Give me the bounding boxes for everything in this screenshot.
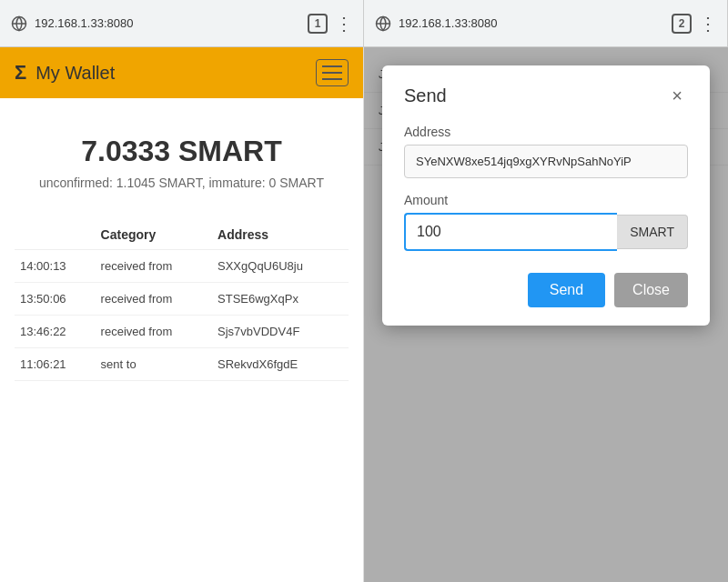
browser-bar: 192.168.1.33:8080 1 ⋮ 192.168.1.33:8080 …	[0, 0, 728, 47]
hamburger-line-2	[322, 72, 342, 74]
close-button[interactable]: Close	[614, 273, 688, 307]
amount-field: Amount SMART	[404, 193, 688, 251]
modal-overlay: Send × Address Amount SMART Send Cl	[364, 47, 728, 582]
browser-tab-2[interactable]: 192.168.1.33:8080 2 ⋮	[364, 0, 728, 46]
tx-category: sent to	[96, 348, 212, 381]
col-time	[15, 220, 96, 250]
modal-header: Send ×	[404, 84, 688, 108]
right-panel: Jul 30, 2018 10:06:39 sent to S Jul 30, …	[364, 47, 728, 582]
tx-address: SXXgQqU6U8ju	[212, 250, 349, 283]
tx-address: Sjs7vbVDDV4F	[212, 316, 349, 348]
amount-row: SMART	[404, 213, 688, 251]
modal-actions: Send Close	[404, 273, 688, 307]
tx-time: 11:06:21	[15, 348, 96, 381]
wallet-header: Σ My Wallet	[0, 47, 363, 98]
tab1-menu[interactable]: ⋮	[335, 13, 352, 35]
address-field: Address	[404, 125, 688, 178]
wallet-title: My Wallet	[35, 63, 115, 84]
tx-address: SRekvdX6fgdE	[212, 348, 349, 381]
send-button[interactable]: Send	[528, 273, 605, 307]
wallet-panel: Σ My Wallet 7.0333 SMART unconfirmed: 1.…	[0, 47, 364, 582]
tab2-number: 2	[672, 14, 692, 34]
sigma-icon: Σ	[15, 61, 26, 85]
browser-tab-1[interactable]: 192.168.1.33:8080 1 ⋮	[0, 0, 364, 46]
address-input[interactable]	[404, 145, 688, 178]
amount-input[interactable]	[404, 213, 617, 251]
globe-icon-2	[375, 15, 391, 32]
tab2-menu[interactable]: ⋮	[699, 13, 716, 35]
tx-category: received from	[96, 283, 212, 316]
send-modal: Send × Address Amount SMART Send Cl	[382, 65, 710, 326]
table-row: 13:50:06 received from STSE6wgXqPx	[15, 283, 349, 316]
tab1-number: 1	[308, 14, 328, 34]
hamburger-menu-button[interactable]	[316, 59, 349, 86]
currency-label: SMART	[617, 215, 688, 249]
tab1-url: 192.168.1.33:8080	[35, 16, 308, 30]
wallet-header-left: Σ My Wallet	[15, 61, 115, 85]
globe-icon-1	[11, 15, 27, 32]
modal-title: Send	[404, 85, 447, 106]
balance-main: 7.0333 SMART	[15, 135, 349, 168]
amount-label: Amount	[404, 193, 688, 207]
tab2-url: 192.168.1.33:8080	[399, 16, 672, 30]
main-content: Σ My Wallet 7.0333 SMART unconfirmed: 1.…	[0, 47, 728, 582]
table-row: 11:06:21 sent to SRekvdX6fgdE	[15, 348, 349, 381]
tx-category: received from	[96, 250, 212, 283]
hamburger-line-1	[322, 65, 342, 67]
balance-section: 7.0333 SMART unconfirmed: 1.1045 SMART, …	[15, 116, 349, 202]
wallet-body: 7.0333 SMART unconfirmed: 1.1045 SMART, …	[0, 98, 363, 582]
tx-time: 14:00:13	[15, 250, 96, 283]
transactions-table: Category Address 14:00:13 received from …	[15, 220, 349, 381]
col-address: Address	[212, 220, 349, 250]
table-row: 13:46:22 received from Sjs7vbVDDV4F	[15, 316, 349, 348]
tx-time: 13:50:06	[15, 283, 96, 316]
tx-address: STSE6wgXqPx	[212, 283, 349, 316]
tx-category: received from	[96, 316, 212, 348]
address-label: Address	[404, 125, 688, 139]
modal-close-x-button[interactable]: ×	[666, 84, 688, 108]
col-category: Category	[96, 220, 212, 250]
balance-sub: unconfirmed: 1.1045 SMART, immature: 0 S…	[15, 174, 349, 193]
table-row: 14:00:13 received from SXXgQqU6U8ju	[15, 250, 349, 283]
tx-time: 13:46:22	[15, 316, 96, 348]
hamburger-line-3	[322, 78, 342, 80]
